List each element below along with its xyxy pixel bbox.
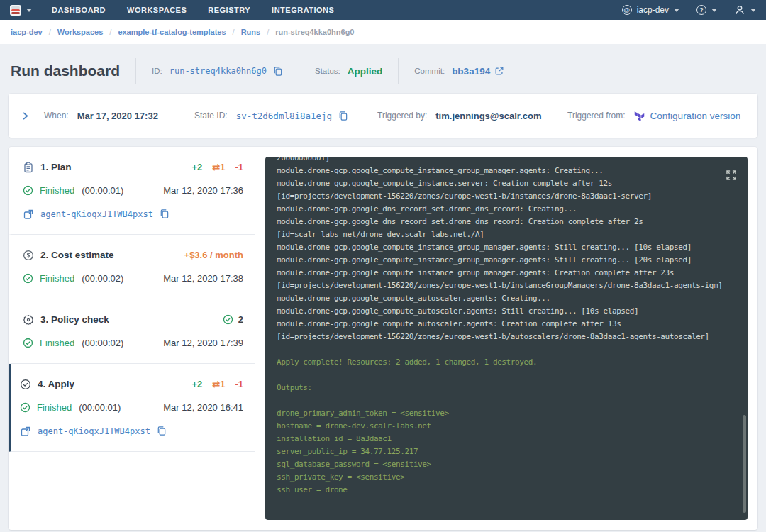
agent-link[interactable]: agent-qKioqxJ1TWB4pxst [38,426,150,436]
breadcrumb-item-workspaces[interactable]: Workspaces [57,28,104,36]
console-line: module.drone-gcp.google_compute_instance… [277,254,736,267]
resources-changed: ⇄1 [212,379,225,389]
console-line: sql_database_password = <sensitive> [277,458,736,471]
run-status-group: Status: Applied [315,66,382,77]
commit-hash: bb3a194 [452,66,490,77]
console-line: module.drone-gcp.google_compute_instance… [277,241,736,254]
environment-name: iacp-dev [637,5,669,15]
policy-badge-icon [23,314,34,326]
console-line: server_public_ip = 34.77.125.217 [277,445,736,458]
resources-added: +2 [192,162,202,172]
step-cost-estimate[interactable]: 2. Cost estimate +$3.6 / month Finished … [9,235,255,299]
step-duration: (00:00:01) [79,402,121,413]
breadcrumb-item-env[interactable]: iacp-dev [11,28,43,36]
check-circle-icon [23,273,33,284]
main-nav: DASHBOARD WORKSPACES REGISTRY INTEGRATIO… [52,6,334,14]
console-line: module.drone-gcp.google_compute_autoscal… [277,292,736,305]
step-title: 4. Apply [38,379,74,389]
change-arrows-icon: ⇄ [212,379,220,389]
when-label: When: [44,111,69,121]
check-circle-icon [23,185,33,196]
console-line: module.drone-gcp.google_compute_autoscal… [277,318,736,331]
run-id-label: ID: [152,67,162,75]
change-arrows-icon: ⇄ [212,162,220,172]
agent-link[interactable]: agent-qKioqxJ1TWB4pxst [40,209,153,219]
divider [135,58,136,84]
console-line: module.drone-gcp.google_compute_instance… [277,165,736,177]
help-menu[interactable]: ? [696,5,717,15]
divider [398,58,399,84]
step-policy-check[interactable]: 3. Policy check 2 Finished (00:00:02) Ma [9,299,255,364]
step-plan[interactable]: 1. Plan +2 ⇄1 -1 Finished (00:00:01) Mar… [9,147,255,235]
triggered-from-label: Triggered from: [567,111,626,121]
run-steps-list: 1. Plan +2 ⇄1 -1 Finished (00:00:01) Mar… [9,147,255,530]
console-line: Apply complete! Resources: 2 added, 1 ch… [277,356,736,369]
console-line: ssh_user = drone [277,484,736,497]
breadcrumb-item-workspace-name[interactable]: example-tf-catalog-templates [118,28,226,36]
nav-item-workspaces[interactable]: WORKSPACES [127,6,187,14]
help-icon: ? [696,5,706,15]
status-label: Status: [315,67,340,75]
chevron-down-icon [26,9,32,12]
resources-destroyed: -1 [235,162,243,172]
console-line: ssh_private_key = <sensitive> [277,471,736,484]
divider [299,58,299,84]
step-status: Finished [40,273,74,284]
breadcrumb-separator: / [49,28,51,36]
copy-icon[interactable] [156,426,167,436]
console-line [277,394,736,407]
expand-row-chevron[interactable] [20,111,44,121]
nav-item-dashboard[interactable]: DASHBOARD [52,6,106,14]
nav-item-registry[interactable]: REGISTRY [208,6,250,14]
check-circle-icon [20,402,30,413]
resources-changed: ⇄1 [212,162,225,172]
status-badge: Applied [348,66,383,77]
external-link-icon [494,66,504,76]
triggered-by-label: Triggered by: [377,111,427,121]
plan-clipboard-icon [23,162,34,173]
console-line: [id=projects/development-156220/zones/eu… [277,190,736,203]
console-line: [id=projects/development-156220/zones/eu… [277,331,736,343]
console-line: module.drone-gcp.google_dns_record_set.d… [277,203,736,216]
state-id-label: State ID: [194,111,228,121]
environment-icon: @ [622,5,632,15]
chevron-down-icon [674,9,679,12]
terraform-icon [634,111,645,121]
configuration-version-link[interactable]: Configuration version [634,111,741,121]
step-status: Finished [37,402,72,413]
breadcrumb: iacp-dev / Workspaces / example-tf-catal… [0,20,766,44]
user-menu[interactable] [734,4,756,16]
fullscreen-icon[interactable] [726,170,737,181]
breadcrumb-item-runs[interactable]: Runs [241,28,261,36]
state-id-value[interactable]: sv-t2d6dml8i8a1ejg [236,111,332,121]
policies-passed: 2 [223,314,243,325]
step-date: Mar 12, 2020 17:36 [163,185,243,196]
check-circle-icon [23,338,33,348]
console-line: drone_primary_admin_token = <sensitive> [277,407,736,420]
triggered-from-value: Configuration version [650,111,741,121]
agent-icon [20,426,31,437]
console-line [277,343,736,356]
environment-switcher[interactable]: @ iacp-dev [622,5,679,15]
console-body: 20000000001]module.drone-gcp.google_comp… [277,157,736,497]
copy-icon[interactable] [338,111,348,121]
scalr-logo-menu[interactable] [10,5,32,16]
page-header: Run dashboard ID: run-streq4kka0hn6g0 St… [0,44,766,94]
apply-check-circle-icon [20,379,31,390]
breadcrumb-separator: / [109,28,111,36]
commit-link[interactable]: bb3a194 [452,66,504,77]
nav-item-integrations[interactable]: INTEGRATIONS [272,6,334,14]
step-date: Mar 12, 2020 17:39 [163,338,243,348]
step-status: Finished [40,338,74,348]
changed-count: 1 [220,162,225,172]
changed-count: 1 [220,379,225,389]
step-title: 1. Plan [40,162,72,172]
console-scrollbar-thumb[interactable] [743,415,746,513]
terraform-console-output: 20000000001]module.drone-gcp.google_comp… [265,157,748,520]
cost-estimate-value: +$3.6 / month [184,250,243,260]
step-apply[interactable]: 4. Apply +2 ⇄1 -1 Finished (00:00:01) Ma… [9,364,255,452]
when-value: Mar 17, 2020 17:32 [77,111,158,121]
copy-icon[interactable] [272,66,283,77]
copy-icon[interactable] [159,209,170,219]
step-date: Mar 12, 2020 16:41 [163,402,243,413]
